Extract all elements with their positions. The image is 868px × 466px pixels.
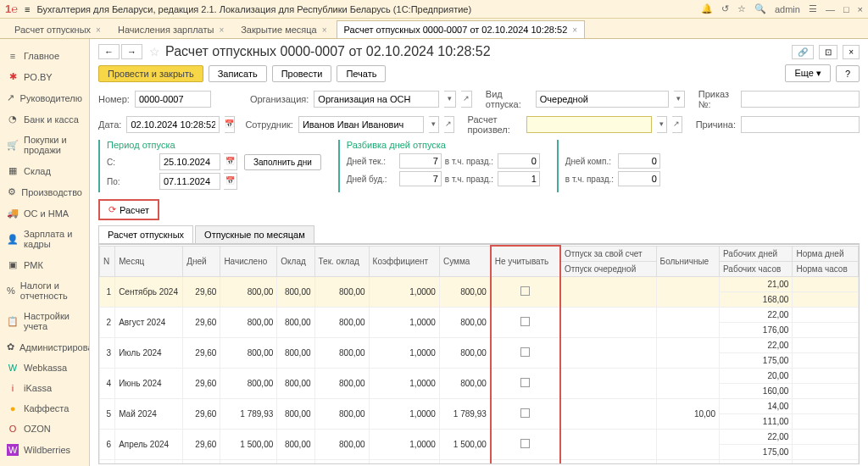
tab-3[interactable]: Расчет отпускных 0000-0007 от 02.10.2024…	[337, 20, 586, 38]
sidebar-item-settings[interactable]: 📋Настройки учета	[0, 306, 89, 336]
from-field[interactable]	[159, 153, 220, 170]
tab-2[interactable]: Закрытие месяца×	[233, 20, 334, 38]
col-days[interactable]: Дней	[183, 246, 220, 276]
col-exclude[interactable]: Не учитывать	[491, 246, 560, 276]
exclude-checkbox[interactable]	[520, 439, 530, 448]
col-n[interactable]: N	[100, 246, 115, 276]
col-cur-salary[interactable]: Тек. оклад	[314, 246, 369, 276]
sidebar-item-production[interactable]: ⚙Производство	[0, 181, 89, 202]
close-icon[interactable]: ×	[843, 45, 860, 59]
close-icon[interactable]: ×	[96, 25, 101, 35]
order-field[interactable]	[741, 91, 860, 108]
tab-0[interactable]: Расчет отпускных×	[7, 20, 108, 38]
comp-h-field[interactable]	[618, 171, 660, 186]
sidebar-item-kaffesta[interactable]: ●Каффеста	[0, 398, 89, 419]
dropdown-icon[interactable]: ▾	[429, 116, 439, 133]
bell-icon[interactable]: 🔔	[701, 3, 713, 14]
close-icon[interactable]: ×	[322, 25, 327, 35]
sidebar-item-tax[interactable]: %Налоги и отчетность	[0, 275, 89, 306]
calc-grid[interactable]: N Месяц Дней Начислено Оклад Тек. оклад …	[98, 244, 860, 464]
col-sick[interactable]: Больничные	[656, 246, 719, 276]
subtab-calc[interactable]: Расчет отпускных	[98, 225, 193, 243]
table-row[interactable]: 2Август 202429,60800,00800,00800,001,000…	[100, 307, 859, 322]
subtab-monthly[interactable]: Отпускные по месяцам	[195, 225, 314, 243]
open-icon[interactable]: ↗	[672, 116, 682, 133]
dropdown-icon[interactable]: ▾	[444, 91, 455, 108]
tab-1[interactable]: Начисления зарплаты×	[110, 20, 231, 38]
sidebar-item-wildberries[interactable]: WWildberries	[0, 439, 89, 461]
calendar-icon[interactable]: 📅	[225, 116, 235, 133]
nav-back-button[interactable]: ←	[98, 44, 120, 59]
sidebar-item-webkassa[interactable]: WWebkassa	[0, 358, 89, 378]
table-row[interactable]: 1Сентябрь 202429,60800,00800,00800,001,0…	[100, 276, 859, 291]
open-icon[interactable]: ↗	[461, 91, 472, 108]
maximize-icon[interactable]: □	[843, 4, 849, 14]
fill-days-button[interactable]: Заполнить дни	[244, 154, 321, 170]
run-button[interactable]: Провести	[272, 65, 332, 82]
col-wd[interactable]: Рабочих дней	[720, 246, 793, 261]
col-accrued[interactable]: Начислено	[220, 246, 277, 276]
sidebar-item-sales[interactable]: 🛒Покупки и продажи	[0, 130, 89, 160]
table-row[interactable]: 5Май 202429,601 789,93800,00800,001,0000…	[100, 398, 859, 413]
exclude-checkbox[interactable]	[520, 317, 530, 326]
vactype-field[interactable]	[536, 91, 669, 108]
settings-icon[interactable]: ☰	[809, 3, 817, 14]
fut-field[interactable]	[399, 171, 442, 186]
table-row[interactable]: 6Апрель 202429,601 500,00800,00800,001,0…	[100, 429, 859, 444]
col-coef[interactable]: Коэффициент	[369, 246, 439, 276]
number-field[interactable]	[135, 91, 211, 108]
dropdown-icon[interactable]: ▾	[657, 116, 667, 133]
favorite-icon[interactable]: ☆	[149, 45, 160, 58]
star-icon[interactable]: ☆	[737, 3, 746, 14]
sidebar-item-warehouse[interactable]: ▦Склад	[0, 160, 89, 181]
exclude-checkbox[interactable]	[520, 408, 530, 418]
nav-fwd-button[interactable]: →	[121, 44, 142, 59]
sidebar-item-manager[interactable]: ↗Руководителю	[0, 87, 89, 108]
sidebar-item-assets[interactable]: 🚚ОС и НМА	[0, 202, 89, 224]
table-row[interactable]: 7Март 202429,601 500,00800,00800,001,000…	[100, 459, 859, 464]
sidebar-item-poby[interactable]: ✱PO.BY	[0, 66, 89, 87]
user-label[interactable]: admin	[775, 4, 800, 14]
link-icon[interactable]: 🔗	[792, 45, 814, 59]
cur-field[interactable]	[399, 153, 442, 169]
col-month[interactable]: Месяц	[115, 246, 183, 276]
sidebar-item-salary[interactable]: 👤Зарплата и кадры	[0, 224, 89, 254]
col-nd[interactable]: Норма дней	[793, 246, 859, 261]
sidebar-item-ozon[interactable]: OOZON	[0, 419, 89, 439]
print-button[interactable]: Печать	[337, 65, 386, 82]
sidebar-item-ikassa[interactable]: iiKassa	[0, 378, 89, 398]
close-icon[interactable]: ×	[219, 25, 224, 35]
to-field[interactable]	[159, 173, 220, 190]
sidebar-item-rmk[interactable]: ▣РМК	[0, 254, 89, 275]
search-icon[interactable]: 🔍	[754, 3, 766, 14]
history-icon[interactable]: ↺	[721, 3, 729, 14]
calendar-icon[interactable]: 📅	[224, 153, 237, 170]
help-button[interactable]: ?	[836, 65, 860, 82]
sidebar-item-main[interactable]: ≡Главное	[0, 46, 89, 66]
fut-h-field[interactable]	[498, 171, 540, 186]
exclude-checkbox[interactable]	[520, 378, 530, 387]
save-button[interactable]: Записать	[209, 65, 267, 82]
close-icon[interactable]: ×	[572, 25, 577, 35]
reason-field[interactable]	[741, 116, 860, 133]
dropdown-icon[interactable]: ▾	[674, 91, 685, 108]
org-field[interactable]	[314, 91, 439, 108]
detach-icon[interactable]: ⊡	[819, 45, 837, 59]
calendar-icon[interactable]: 📅	[224, 173, 237, 190]
sidebar-item-admin[interactable]: ✿Администрирование	[0, 336, 89, 358]
open-icon[interactable]: ↗	[444, 116, 454, 133]
comp-field[interactable]	[618, 153, 660, 169]
table-row[interactable]: 4Июнь 202429,60800,00800,00800,001,00008…	[100, 368, 859, 383]
run-close-button[interactable]: Провести и закрыть	[98, 65, 203, 82]
exclude-checkbox[interactable]	[520, 286, 530, 296]
menu-icon[interactable]: ≡	[25, 4, 30, 14]
emp-field[interactable]	[298, 116, 424, 133]
exclude-checkbox[interactable]	[520, 347, 530, 357]
minimize-icon[interactable]: —	[826, 4, 835, 14]
more-button[interactable]: Еще ▾	[785, 64, 830, 82]
col-sum[interactable]: Сумма	[439, 246, 490, 276]
cur-h-field[interactable]	[498, 153, 540, 169]
col-salary[interactable]: Оклад	[277, 246, 314, 276]
col-own[interactable]: Отпуск за свой счет	[560, 246, 656, 261]
sidebar-item-bank[interactable]: ◔Банк и касса	[0, 108, 89, 130]
